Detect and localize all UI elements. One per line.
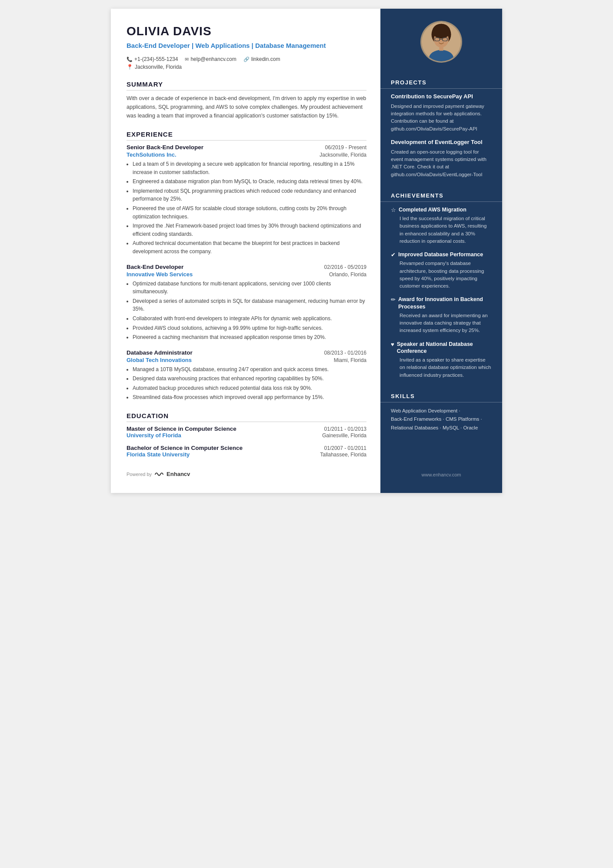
footer-url: www.enhancv.com: [422, 472, 461, 477]
left-column: OLIVIA DAVIS Back-End Developer | Web Ap…: [111, 9, 380, 493]
experience-title: EXPERIENCE: [127, 131, 366, 141]
address-text: Jacksonville, Florida: [135, 64, 182, 70]
enhancv-brand: Enhancv: [167, 471, 190, 477]
exp-company-row-3: Global Tech Innovations Miami, Florida: [127, 357, 366, 363]
exp-title-row-1: Senior Back-End Developer 06/2019 - Pres…: [127, 144, 366, 151]
skill-line-2: Back-End Frameworks · CMS Platforms ·: [391, 415, 492, 424]
project-desc-2: Created an open-source logging tool for …: [391, 148, 492, 178]
phone-text: +1-(234)-555-1234: [134, 56, 178, 62]
bullet-item: Authored technical documentation that be…: [133, 239, 366, 255]
summary-section: SUMMARY With over a decade of experience…: [127, 80, 366, 120]
bullet-item: Improved the .Net Framework-based projec…: [133, 222, 366, 238]
skill-line-1: Web Application Development ·: [391, 407, 492, 416]
experience-section: EXPERIENCE Senior Back-End Developer 06/…: [127, 131, 366, 402]
phone-icon: 📞: [127, 57, 133, 62]
exp-company-2: Innovative Web Services: [127, 271, 193, 278]
contact-row: 📞 +1-(234)-555-1234 ✉ help@enhancv.com 🔗…: [127, 56, 366, 62]
exp-dates-2: 02/2016 - 05/2019: [324, 264, 366, 270]
achievement-entry-2: ✔ Improved Database Performance Revamped…: [380, 251, 502, 290]
projects-title: PROJECTS: [380, 79, 502, 89]
exp-bullets-1: Led a team of 5 in developing a secure w…: [127, 160, 366, 256]
skill-line-3: Relational Databases · MySQL · Oracle: [391, 424, 492, 432]
powered-by-text: Powered by: [127, 472, 152, 477]
heart-icon: ♥: [391, 341, 394, 348]
email-item: ✉ help@enhancv.com: [185, 56, 236, 62]
exp-job-title-3: Database Administrator: [127, 349, 193, 356]
edu-title-row-2: Bachelor of Science in Computer Science …: [127, 445, 366, 451]
exp-location-1: Jacksonville, Florida: [320, 152, 366, 158]
summary-title: SUMMARY: [127, 80, 366, 90]
phone-item: 📞 +1-(234)-555-1234: [127, 56, 178, 62]
email-icon: ✉: [185, 57, 189, 62]
project-title-2: Development of EventLogger Tool: [391, 139, 492, 146]
achievement-desc-1: I led the successful migration of critic…: [400, 215, 492, 245]
edu-title-row-1: Master of Science in Computer Science 01…: [127, 426, 366, 432]
edu-school-row-2: Florida State University Tallahassee, Fl…: [127, 451, 366, 458]
svg-rect-9: [439, 46, 443, 50]
bullet-item: Automated backup procedures which reduce…: [133, 384, 366, 392]
pencil-icon: ✏: [391, 296, 396, 303]
avatar-image: [422, 21, 461, 63]
candidate-name: OLIVIA DAVIS: [127, 24, 366, 38]
achievement-title-1: Completed AWS Migration: [399, 206, 466, 213]
achievement-title-row-3: ✏ Award for Innovation in Backend Proces…: [391, 296, 492, 310]
link-icon: 🔗: [243, 57, 250, 62]
candidate-title: Back-End Developer | Web Applications | …: [127, 41, 366, 50]
exp-company-row-1: TechSolutions Inc. Jacksonville, Florida: [127, 151, 366, 158]
exp-company-3: Global Tech Innovations: [127, 357, 192, 363]
bullet-item: Streamlined data-flow processes which im…: [133, 393, 366, 402]
exp-location-2: Orlando, Florida: [329, 271, 366, 278]
exp-job-title-2: Back-End Developer: [127, 264, 183, 270]
achievement-desc-4: Invited as a speaker to share expertise …: [400, 356, 492, 379]
achievements-section: ACHIEVEMENTS ☆ Completed AWS Migration I…: [380, 184, 502, 385]
edu-entry-2: Bachelor of Science in Computer Science …: [127, 445, 366, 458]
check-icon: ✔: [391, 251, 396, 258]
achievement-title-2: Improved Database Performance: [398, 251, 483, 258]
enhancv-logo-icon: [154, 471, 164, 477]
edu-school-2: Florida State University: [127, 451, 190, 458]
achievement-title-row-2: ✔ Improved Database Performance: [391, 251, 492, 258]
project-title-1: Contribution to SecurePay API: [391, 93, 492, 101]
email-text: help@enhancv.com: [190, 56, 236, 62]
achievement-entry-4: ♥ Speaker at National Database Conferenc…: [380, 341, 502, 379]
right-column: PROJECTS Contribution to SecurePay API D…: [380, 9, 502, 493]
avatar: [420, 21, 462, 63]
bullet-item: Designed data warehousing practices that…: [133, 375, 366, 383]
resume-wrapper: OLIVIA DAVIS Back-End Developer | Web Ap…: [111, 9, 502, 493]
bullet-item: Pioneered a caching mechanism that incre…: [133, 333, 366, 342]
project-desc-1: Designed and improved payment gateway in…: [391, 103, 492, 133]
bullet-item: Pioneered the use of AWS for scalable cl…: [133, 204, 366, 221]
exp-entry-1: Senior Back-End Developer 06/2019 - Pres…: [127, 144, 366, 256]
edu-location-1: Gainesville, Florida: [322, 432, 366, 439]
exp-job-title-1: Senior Back-End Developer: [127, 144, 203, 151]
star-icon: ☆: [391, 207, 396, 213]
header: OLIVIA DAVIS Back-End Developer | Web Ap…: [127, 24, 366, 70]
achievements-title: ACHIEVEMENTS: [380, 192, 502, 202]
edu-school-row-1: University of Florida Gainesville, Flori…: [127, 432, 366, 439]
exp-dates-1: 06/2019 - Present: [325, 144, 366, 151]
achievement-entry-3: ✏ Award for Innovation in Backend Proces…: [380, 296, 502, 334]
edu-location-2: Tallahassee, Florida: [320, 452, 366, 458]
project-entry-2: Development of EventLogger Tool Created …: [380, 139, 502, 178]
exp-location-3: Miami, Florida: [334, 357, 366, 363]
education-title: EDUCATION: [127, 412, 366, 422]
projects-section: PROJECTS Contribution to SecurePay API D…: [380, 71, 502, 184]
edu-dates-1: 01/2011 - 01/2013: [324, 426, 366, 432]
bullet-item: Developed a series of automated scripts …: [133, 297, 366, 313]
edu-degree-2: Bachelor of Science in Computer Science: [127, 445, 243, 451]
skills-section: SKILLS Web Application Development · Bac…: [380, 385, 502, 432]
avatar-area: [380, 9, 502, 71]
exp-company-1: TechSolutions Inc.: [127, 151, 177, 158]
skills-area: Web Application Development · Back-End F…: [380, 407, 502, 432]
bullet-item: Optimized database functions for multi-t…: [133, 280, 366, 296]
exp-title-row-3: Database Administrator 08/2013 - 01/2016: [127, 349, 366, 356]
achievement-title-3: Award for Innovation in Backend Processe…: [398, 296, 492, 310]
edu-degree-1: Master of Science in Computer Science: [127, 426, 237, 432]
achievement-title-row-4: ♥ Speaker at National Database Conferenc…: [391, 341, 492, 355]
bullet-item: Led a team of 5 in developing a secure w…: [133, 160, 366, 176]
exp-company-row-2: Innovative Web Services Orlando, Florida: [127, 271, 366, 278]
exp-title-row-2: Back-End Developer 02/2016 - 05/2019: [127, 264, 366, 270]
linkedin-item[interactable]: 🔗 linkedin.com: [243, 56, 280, 62]
bullet-item: Implemented robust SQL programming pract…: [133, 187, 366, 203]
edu-entry-1: Master of Science in Computer Science 01…: [127, 426, 366, 439]
